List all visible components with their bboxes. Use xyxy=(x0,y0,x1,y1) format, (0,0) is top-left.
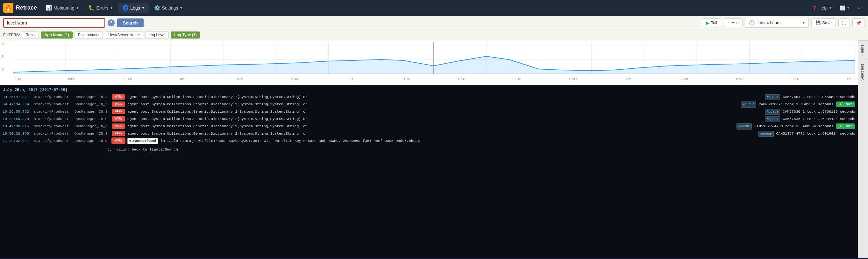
chart-svg xyxy=(13,42,855,77)
trace-button[interactable]: ⚡ Trace xyxy=(836,101,855,107)
x-label-1030: 10:30 xyxy=(235,77,243,81)
nav-logs[interactable]: 🌀 Logs ▼ xyxy=(119,3,148,13)
table-row[interactable]: 10:49:38.015 stackifyProdWest OpsManager… xyxy=(0,123,858,130)
log-message: agent post System.Collections.Generic.Di… xyxy=(127,124,734,129)
log-level-badge: WARN xyxy=(112,138,125,143)
table-row[interactable]: 09:49:34.639 stackifyProdWest OpsManager… xyxy=(0,101,858,108)
log-highlight-tag: #tracenotfound xyxy=(127,138,158,144)
table-row[interactable]: 10:50:20.856 stackifyProdWest OpsManager… xyxy=(0,130,858,137)
monitoring-icon: 📊 xyxy=(45,5,52,11)
window-icon: ⬜ xyxy=(840,5,845,10)
logs-caret: ▼ xyxy=(142,6,145,9)
save-button[interactable]: 💾 Save xyxy=(811,19,836,27)
log-message: agent post System.Collections.Generic.Di… xyxy=(127,94,762,100)
help-caret: ▼ xyxy=(829,6,832,9)
tail-label: Tail xyxy=(711,20,717,25)
log-time: 10:49:38.015 xyxy=(3,124,31,129)
log-server: OpsManager_IN_3 xyxy=(74,94,110,100)
right-sidebar: Fields Searches xyxy=(858,40,868,258)
asc-button[interactable]: ↕ Asc xyxy=(724,19,743,27)
log-level-badge: WARN xyxy=(112,94,125,100)
nav-logs-label: Logs xyxy=(130,5,140,10)
filter-app-name-button[interactable]: App Name (1) xyxy=(41,32,72,38)
table-row[interactable]: 09:26:47.021 stackifyProdWest OpsManager… xyxy=(0,94,858,101)
log-level-badge: WARN xyxy=(112,101,125,107)
log-message: agent post System.Collections.Generic.Di… xyxy=(127,116,762,122)
x-label-1130: 11:30 xyxy=(458,77,466,81)
main-area: 10 5 0 xyxy=(0,40,868,258)
nav-errors[interactable]: 🐛 Errors ▼ xyxy=(84,3,117,13)
log-app: stackifyProdWest xyxy=(34,94,72,100)
log-message: agent post System.Collections.Generic.Di… xyxy=(127,109,762,114)
x-label-1100: 11:00 xyxy=(346,77,354,81)
log-time: 09:26:47.021 xyxy=(3,94,31,100)
brand-logo[interactable]: 🔥 Retrace xyxy=(3,3,37,13)
table-row[interactable]: 10:29:56.378 stackifyProdWest OpsManager… xyxy=(0,116,858,123)
time-range-select[interactable]: 🕐 Last 4 hours ▼ xyxy=(745,18,809,28)
nav-window[interactable]: ⬜ ▼ xyxy=(837,3,853,12)
log-detail: CAM57684-2 took 1.0556694 seconds xyxy=(783,94,855,100)
log-server: OpsManager_IN_3 xyxy=(74,124,110,129)
nav-signout[interactable]: ↩ xyxy=(855,3,865,12)
brand-name: Retrace xyxy=(16,4,37,11)
nav-monitoring[interactable]: 📊 Monitoring ▼ xyxy=(42,3,83,13)
save-disk-icon: 💾 xyxy=(815,20,820,25)
filters-label: FILTERS: xyxy=(3,33,20,37)
save-label: Save xyxy=(822,20,832,25)
trace-button[interactable]: ⚡ Trace xyxy=(836,124,855,129)
log-app: stackifyProdWest xyxy=(34,138,72,143)
x-label-1230: 12:30 xyxy=(680,77,688,81)
help-icon: ❓ xyxy=(812,5,817,10)
window-caret: ▼ xyxy=(847,6,850,9)
filter-log-type-button[interactable]: Log Type (1) xyxy=(171,32,200,38)
filter-reset-button[interactable]: Reset xyxy=(22,32,39,38)
log-message: agent post System.Collections.Generic.Di… xyxy=(127,101,738,107)
log-level-badge: WARN xyxy=(112,124,125,129)
log-time: 09:49:34.639 xyxy=(3,101,31,107)
search-input[interactable] xyxy=(3,18,105,28)
tail-play-icon: ▶ xyxy=(706,20,709,26)
log-tag: #queue xyxy=(737,124,752,129)
asc-label: Asc xyxy=(732,20,739,25)
fullscreen-button[interactable]: ⛶ xyxy=(838,19,850,27)
sidebar-searches-label: Searches xyxy=(860,64,865,80)
log-app: stackifyProdWest xyxy=(34,116,72,122)
errors-icon: 🐛 xyxy=(88,5,95,11)
log-app: stackifyProdWest xyxy=(34,109,72,114)
x-label-0945: 09:45 xyxy=(68,77,76,81)
time-range-label: Last 4 hours xyxy=(757,20,780,25)
nav-help[interactable]: ❓ Help ▼ xyxy=(808,3,835,12)
settings-icon: ⚙️ xyxy=(154,5,160,11)
x-label-1000: 10:00 xyxy=(124,77,132,81)
time-caret-icon: ▼ xyxy=(802,21,805,25)
log-detail: CAM51327-4776 took 1.6016414 seconds xyxy=(776,131,855,136)
sidebar-tab-fields[interactable]: Fields xyxy=(858,40,868,60)
log-level-badge: WARN xyxy=(112,131,125,136)
x-label-1300: 13:00 xyxy=(791,77,799,81)
settings-caret: ▼ xyxy=(180,6,183,9)
pin-button[interactable]: 📌 xyxy=(852,19,865,27)
log-tag: #queue xyxy=(741,101,756,107)
filter-host-button[interactable]: Host/Server Name xyxy=(105,32,143,38)
log-detail: CAM51327-4783 took 1.5400509 seconds xyxy=(754,124,833,129)
log-detail: CAHM58760-1 took 1.0585561 seconds xyxy=(759,101,834,107)
x-label-1315: 13:15 xyxy=(847,77,855,81)
log-server: OpsManager_IN_0 xyxy=(74,138,110,143)
filter-log-level-button[interactable]: Log Level xyxy=(145,32,169,38)
table-row[interactable]: 10:29:55.752 stackifyProdWest OpsManager… xyxy=(0,108,858,116)
sidebar-tab-searches[interactable]: Searches xyxy=(858,60,868,84)
log-detail: CAM57636-1 took 1.6084484 seconds xyxy=(783,116,855,122)
tail-button[interactable]: ▶ Tail xyxy=(702,19,721,27)
log-time: 11:28:02.041 xyxy=(3,138,31,143)
chart-y-10: 10 xyxy=(2,42,5,46)
help-question-mark: ? xyxy=(110,21,112,25)
nav-settings-label: Settings xyxy=(162,5,178,10)
log-time: 10:29:56.378 xyxy=(3,116,31,122)
nav-settings[interactable]: ⚙️ Settings ▼ xyxy=(150,3,187,13)
filter-environment-button[interactable]: Environment xyxy=(74,32,103,38)
table-row[interactable]: 11:28:02.041 stackifyProdWest OpsManager… xyxy=(0,137,858,153)
search-help-icon[interactable]: ? xyxy=(107,20,115,26)
nav-errors-label: Errors xyxy=(96,5,108,10)
search-button[interactable]: Search xyxy=(117,19,144,27)
fullscreen-icon: ⛶ xyxy=(842,20,846,26)
